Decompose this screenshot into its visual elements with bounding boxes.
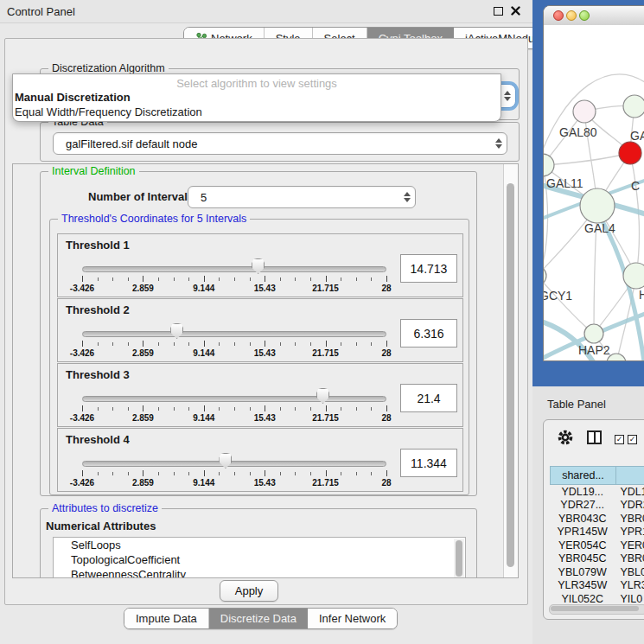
number-of-intervals-value: 5: [188, 191, 399, 204]
table-cell[interactable]: YBR0: [615, 513, 644, 525]
table-cell[interactable]: YDL19...: [550, 486, 615, 498]
table-row[interactable]: YPR145WYPR1: [550, 526, 644, 539]
numerical-attributes-list[interactable]: SelfLoopsTopologicalCoefficientBetweenne…: [53, 537, 466, 578]
table-row[interactable]: YDR27...YDR2: [550, 499, 644, 513]
table-cell[interactable]: YLR345W: [550, 579, 615, 591]
column-header-name[interactable]: na: [616, 466, 644, 485]
threshold-3-value-field[interactable]: 21.4: [400, 384, 457, 412]
slider-tick: [341, 407, 341, 411]
table-cell[interactable]: YBR043C: [550, 513, 615, 525]
table-cell[interactable]: YLR3: [615, 579, 644, 591]
network-window-titlebar[interactable]: [544, 6, 644, 26]
slider-tick: [112, 277, 113, 281]
close-panel-icon[interactable]: [511, 6, 520, 16]
table-hscrollbar[interactable]: [549, 604, 644, 615]
table-cell[interactable]: YDL1: [615, 486, 644, 498]
attribute-list-item[interactable]: SelfLoops: [54, 538, 465, 552]
gear-icon[interactable]: [557, 429, 574, 446]
threshold-4-slider-track[interactable]: [82, 461, 386, 467]
node-h[interactable]: [623, 263, 644, 289]
table-cell[interactable]: YER0: [615, 539, 644, 552]
slider-tick: [112, 342, 113, 346]
tab-impute-data[interactable]: Impute Data: [124, 609, 209, 628]
threshold-4-panel: Threshold 4 -3.4262.8599.14415.4321.7152…: [57, 428, 463, 492]
threshold-1-value-field[interactable]: 14.713: [400, 254, 457, 283]
list-scrollbar-thumb[interactable]: [456, 540, 462, 577]
slider-tick: [98, 277, 99, 281]
threshold-3-slider-track[interactable]: [82, 396, 386, 402]
split-columns-icon[interactable]: [587, 430, 602, 444]
node-gcy1[interactable]: [544, 266, 546, 285]
column-header-shared-name[interactable]: shared...: [550, 466, 616, 485]
slider-tick: [265, 470, 265, 476]
list-scrollbar[interactable]: [454, 539, 464, 578]
slider-scale-labels: -3.4262.8599.14415.4321.71528: [82, 284, 386, 294]
table-data-combobox[interactable]: galFiltered.sif default node: [53, 132, 507, 155]
table-header-row: shared... na: [550, 466, 644, 485]
threshold-3-panel: Threshold 3 -3.4262.8599.14415.4321.7152…: [57, 363, 463, 427]
window-zoom-icon[interactable]: [579, 10, 590, 21]
table-row[interactable]: YDL19...YDL1: [550, 485, 644, 499]
slider-tick: [143, 470, 143, 476]
tab-discretize-data[interactable]: Discretize Data: [209, 609, 308, 628]
table-cell[interactable]: YBL0: [615, 566, 644, 578]
settings-scrollbar[interactable]: [503, 164, 518, 577]
apply-button[interactable]: Apply: [220, 580, 278, 602]
table-cell[interactable]: YIL0: [615, 593, 644, 604]
window-close-icon[interactable]: [553, 10, 564, 21]
slider-scale-label: 28: [381, 413, 391, 423]
threshold-2-value-field[interactable]: 6.316: [400, 319, 457, 348]
tab-infer-network[interactable]: Infer Network: [308, 609, 397, 628]
threshold-2-slider-track[interactable]: [82, 331, 386, 337]
dropdown-placeholder: Select algorithm to view settings: [13, 77, 501, 90]
node-gal4[interactable]: [580, 188, 615, 223]
window-minimize-icon[interactable]: [566, 10, 577, 21]
number-of-intervals-combobox[interactable]: 5: [188, 186, 416, 208]
table-row[interactable]: YBR043CYBR0: [550, 512, 644, 526]
table-row[interactable]: YER054CYER0: [550, 539, 644, 552]
slider-scale-label: 21.715: [312, 478, 339, 488]
slider-scale-label: 2.859: [132, 478, 154, 488]
node-label-hap2: HAP2: [578, 343, 610, 357]
table-cell[interactable]: YDR27...: [550, 499, 615, 511]
table-cell[interactable]: YBR045C: [550, 552, 615, 564]
table-hscrollbar-thumb[interactable]: [551, 606, 639, 611]
table-cell[interactable]: YER054C: [550, 539, 615, 552]
slider-scale-label: 28: [381, 284, 391, 293]
network-view-window[interactable]: GAL80 GA GAL11 C GAL4 GCY1 H HAP2: [543, 5, 644, 361]
threshold-4-value-field[interactable]: 11.344: [400, 449, 457, 477]
float-panel-icon[interactable]: [494, 7, 503, 16]
threshold-1-slider-track[interactable]: [82, 266, 386, 272]
slider-scale-label: 15.43: [254, 478, 276, 488]
node-hap2[interactable]: [584, 324, 603, 343]
table-cell[interactable]: YIL052C: [550, 593, 615, 604]
table-row[interactable]: YIL052CYIL0: [550, 592, 644, 604]
cyni-toolbox-panel: Discretization Algorithm Table Data galF…: [4, 38, 528, 605]
discretization-algorithm-group-label: Discretization Algorithm: [48, 62, 169, 74]
slider-tick: [143, 341, 143, 347]
node-selected-red[interactable]: [619, 142, 641, 164]
node-gal80[interactable]: [573, 100, 596, 123]
settings-scrollbar-thumb[interactable]: [507, 183, 514, 567]
table-cell[interactable]: YBL079W: [550, 566, 615, 578]
table-cell[interactable]: YPR145W: [550, 526, 615, 538]
node-top-right[interactable]: [623, 95, 644, 118]
dropdown-option-manual-discretization[interactable]: Manual Discretization: [15, 91, 131, 104]
table-cell[interactable]: YBR0: [615, 552, 644, 564]
network-canvas[interactable]: GAL80 GA GAL11 C GAL4 GCY1 H HAP2: [544, 25, 644, 361]
table-row[interactable]: YBR045CYBR0: [550, 552, 644, 566]
attribute-list-item[interactable]: TopologicalCoefficient: [54, 552, 465, 567]
slider-tick: [341, 472, 341, 475]
slider-tick: [371, 342, 372, 346]
table-row[interactable]: YLR345WYLR3: [550, 579, 644, 593]
slider-tick: [371, 472, 372, 475]
table-cell[interactable]: YPR1: [615, 526, 644, 538]
attribute-list-item[interactable]: BetweennessCentrality: [54, 567, 465, 578]
checkbox-icon[interactable]: ✓: [628, 435, 637, 444]
checkbox-icon[interactable]: ✓: [615, 435, 624, 444]
slider-tick: [128, 472, 129, 475]
table-cell[interactable]: YDR2: [615, 499, 644, 511]
dropdown-option-equal-width-frequency[interactable]: Equal Width/Frequency Discretization: [15, 105, 202, 118]
slider-tick: [82, 470, 83, 476]
table-row[interactable]: YBL079WYBL0: [550, 565, 644, 579]
